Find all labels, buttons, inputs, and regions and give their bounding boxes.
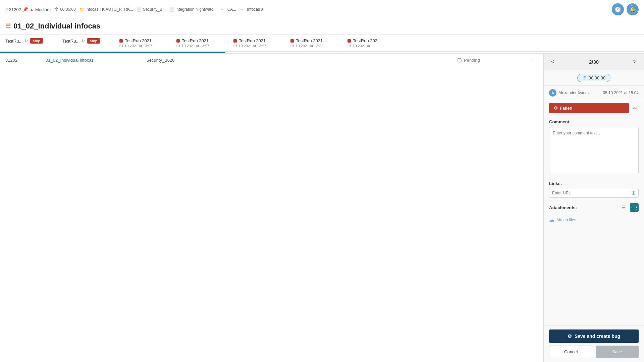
- tab-7[interactable]: TestRun 202... 01.10.2021 at: [342, 35, 389, 51]
- user-info: A Alexander Ivanov: [549, 89, 590, 97]
- tab-1[interactable]: TestRu... ↻ stop: [0, 35, 57, 52]
- suite1-item: 📄 Security_B...: [137, 7, 166, 12]
- right-panel: < 2/30 > ⏱ 00:00:00 A Alexander Ivanov 0…: [543, 54, 644, 362]
- arrow-sep1: →: [220, 7, 224, 12]
- tab-7-name: TestRun 202...: [353, 38, 381, 43]
- links-label: Links:: [549, 181, 639, 186]
- tab-5-date: 01.10.2021 at 13:57: [233, 44, 279, 48]
- attach-files-label: Attach files: [556, 218, 576, 222]
- spacer: [544, 228, 644, 325]
- tab-4-date: 01.10.2021 at 13:57: [176, 44, 222, 48]
- page-title: ☰ 01_02_Individual infocas: [5, 22, 639, 31]
- timer-value: 00:00:00: [589, 75, 606, 80]
- tab-7-date: 01.10.2021 at: [347, 44, 383, 48]
- right-nav: < 2/30 >: [544, 54, 644, 70]
- list-view-button[interactable]: ☰: [619, 203, 628, 212]
- tab-2-refresh: ↻: [82, 39, 85, 43]
- nav-next-button[interactable]: >: [631, 58, 639, 66]
- tab-1-stop-button[interactable]: stop: [30, 38, 43, 44]
- tab-3-name: TestRun 2021-...: [125, 38, 157, 43]
- suite2-item: 📄 Integration Nightwatc...: [169, 7, 217, 12]
- breadcrumb1: CA...: [227, 7, 236, 12]
- tab-6-name: TestRun 2021-...: [296, 38, 328, 43]
- attach-header: Attachments: ☰ ⋮⋮: [549, 203, 639, 212]
- avatar: A: [549, 89, 556, 97]
- cancel-button[interactable]: Cancel: [549, 346, 593, 358]
- suite2-label: Integration Nightwatc...: [175, 7, 217, 12]
- timer-badge: ⏱ 00:00:00: [577, 74, 611, 82]
- save-and-create-bug-button[interactable]: ⚙ Save and create bug: [549, 329, 639, 343]
- tab-4[interactable]: TestRun 2021-... 01.10.2021 at 13:57: [171, 35, 228, 51]
- url-input[interactable]: [552, 191, 629, 195]
- tab-6[interactable]: TestRun 2021-... 01.10.2021 at 13:32: [285, 35, 342, 51]
- table-row[interactable]: 31202 01_02_Individual infocas Security_…: [0, 54, 543, 67]
- file2-icon: 📄: [169, 7, 174, 12]
- save-bug-label: Save and create bug: [575, 334, 620, 339]
- arrow-sep2: →: [239, 7, 244, 12]
- attach-label: Attachments:: [549, 205, 577, 210]
- tab-2-name: TestRu...: [62, 39, 79, 44]
- row-chevron[interactable]: ›: [524, 58, 538, 63]
- clock-button[interactable]: 🕐: [612, 3, 624, 15]
- left-panel: 31202 01_02_Individual infocas Security_…: [0, 54, 543, 362]
- bug-gear-icon: ⚙: [568, 334, 572, 339]
- tab-5-header: TestRun 2021-...: [233, 38, 279, 43]
- header-meta: ⏱ 00:05:00 📁 Infocas TK AUTO_RTRK... 📄 S…: [55, 7, 608, 12]
- tab-5[interactable]: TestRun 2021-... 01.10.2021 at 13:57: [228, 35, 285, 51]
- tab-4-header: TestRun 2021-...: [176, 38, 222, 43]
- tab-1-header: TestRu... ↻ stop: [5, 38, 51, 44]
- tab-5-name: TestRun 2021-...: [239, 38, 271, 43]
- tab-4-name: TestRun 2021-...: [182, 38, 214, 43]
- tab-2-header: TestRu... ↻ stop: [62, 38, 108, 44]
- tab-bar: TestRu... ↻ stop TestRu... ↻ stop TestRu…: [0, 35, 644, 52]
- user-timestamp: 05.10.2021 at 15:04: [603, 90, 639, 95]
- attachments-section: Attachments: ☰ ⋮⋮ ☁ Attach files: [544, 200, 644, 228]
- btn-row: Cancel Save: [549, 346, 639, 358]
- links-section: Links: ⊕: [544, 178, 644, 200]
- status-label: Pending: [464, 58, 480, 63]
- main-area: 31202 01_02_Individual infocas Security_…: [0, 54, 644, 362]
- url-input-row: ⊕: [549, 188, 639, 198]
- comment-label: Comment:: [549, 119, 639, 124]
- attach-files-button[interactable]: ☁ Attach files: [549, 215, 576, 225]
- cloud-icon: ☁: [549, 217, 554, 223]
- project-label: Infocas TK AUTO_RTRK...: [86, 7, 133, 12]
- comment-section: Comment:: [544, 116, 644, 178]
- priority-icon: ▲: [30, 7, 34, 12]
- tab-3[interactable]: TestRun 2021-... 01.10.2021 at 13:57: [114, 35, 171, 51]
- tab-7-stop-icon: [347, 39, 351, 43]
- failed-badge: ⚙ Failed: [549, 103, 629, 113]
- breadcrumb2: Infocas a...: [247, 7, 267, 12]
- tab-2[interactable]: TestRu... ↻ stop: [57, 35, 114, 51]
- timer-icon: ⏱: [55, 7, 59, 12]
- row-status: Pending: [457, 58, 524, 63]
- url-add-button[interactable]: ⊕: [631, 190, 636, 196]
- page-title-row: ☰ 01_02_Individual infocas: [0, 19, 644, 35]
- page-title-text: 01_02_Individual infocas: [13, 22, 100, 31]
- priority-label: Medium: [35, 7, 51, 12]
- nav-counter: 2/30: [589, 59, 599, 65]
- file-icon: 📄: [137, 7, 142, 12]
- tab-4-stop-icon: [176, 39, 180, 43]
- issue-id: # 31202 📌 ▲ Medium: [5, 7, 51, 12]
- save-button[interactable]: Save: [596, 346, 639, 358]
- issue-number: # 31202: [5, 7, 21, 12]
- tab-7-header: TestRun 202...: [347, 38, 383, 43]
- duration-value: 00:05:00: [60, 7, 76, 12]
- comment-textarea[interactable]: [549, 127, 639, 174]
- grid-view-button[interactable]: ⋮⋮: [630, 203, 639, 212]
- top-header: # 31202 📌 ▲ Medium ⏱ 00:05:00 📁 Infocas …: [0, 0, 644, 19]
- row-title[interactable]: 01_02_Individual infocas: [46, 58, 146, 63]
- spinner-icon: [457, 58, 462, 63]
- tab-2-stop-button[interactable]: stop: [87, 38, 100, 44]
- row-id: 31202: [5, 58, 46, 63]
- tab-3-stop-icon: [119, 39, 123, 43]
- tab-6-date: 01.10.2021 at 13:32: [290, 44, 336, 48]
- bottom-actions: ⚙ Save and create bug Cancel Save: [544, 325, 644, 362]
- tab-3-date: 01.10.2021 at 13:57: [119, 44, 165, 48]
- suite1-label: Security_B...: [143, 7, 166, 12]
- failed-label: Failed: [560, 106, 573, 111]
- progress-bar-fill: [0, 52, 225, 53]
- undo-button[interactable]: ↩: [632, 104, 639, 113]
- nav-prev-button[interactable]: <: [549, 58, 557, 66]
